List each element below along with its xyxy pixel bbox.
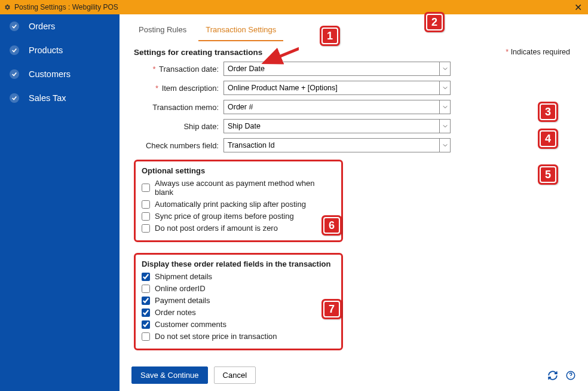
sidebar-item-sales-tax[interactable]: Sales Tax bbox=[0, 86, 120, 110]
checkbox-order-notes[interactable] bbox=[142, 308, 150, 317]
checkbox-row: Order notes bbox=[142, 308, 335, 317]
annotation-callout-1: 1 bbox=[320, 26, 340, 46]
checkbox-customer-comments[interactable] bbox=[142, 320, 150, 329]
checkbox-row: Always use account as payment method whe… bbox=[142, 179, 335, 197]
sidebar-item-customers[interactable]: Customers bbox=[0, 62, 120, 86]
row-check-numbers: Check numbers field: Transaction Id bbox=[134, 138, 574, 152]
titlebar: Posting Settings : Webgility POS ✕ bbox=[0, 0, 588, 14]
checkbox-row: Payment details bbox=[142, 296, 335, 305]
row-transaction-date: * Transaction date: Order Date bbox=[134, 62, 574, 76]
footer: Save & Continue Cancel bbox=[120, 362, 588, 391]
checkbox-row: Do not set store price in transaction bbox=[142, 332, 335, 341]
checkbox-row: Do not post orders if amount is zero bbox=[142, 224, 335, 233]
checkbox-online-orderid[interactable] bbox=[142, 285, 150, 293]
checkbox-label[interactable]: Online orderID bbox=[155, 284, 206, 293]
close-icon[interactable]: ✕ bbox=[572, 2, 584, 13]
refresh-icon[interactable] bbox=[547, 370, 558, 381]
check-circle-icon bbox=[10, 22, 19, 31]
annotation-callout-7: 7 bbox=[321, 299, 342, 319]
window-title: Posting Settings : Webgility POS bbox=[14, 3, 572, 11]
label-transaction-memo: Transaction memo: bbox=[134, 103, 223, 112]
select-value: Order Date bbox=[224, 62, 439, 75]
save-continue-button[interactable]: Save & Continue bbox=[131, 366, 208, 384]
checkbox-use-account-payment[interactable] bbox=[142, 184, 150, 192]
sidebar-item-label: Customers bbox=[29, 69, 71, 79]
checkbox-label[interactable]: Payment details bbox=[155, 296, 210, 305]
display-fields-group: Display these order related fields in th… bbox=[134, 253, 343, 350]
sidebar-item-label: Orders bbox=[29, 22, 55, 31]
checkbox-label[interactable]: Sync price of group items before posting bbox=[155, 212, 294, 221]
checkbox-row: Sync price of group items before posting bbox=[142, 212, 335, 221]
checkbox-row: Customer comments bbox=[142, 320, 335, 329]
chevron-down-icon[interactable] bbox=[439, 139, 450, 152]
check-circle-icon bbox=[10, 45, 19, 55]
row-ship-date: Ship date: Ship Date bbox=[134, 119, 574, 133]
sidebar-item-label: Products bbox=[29, 45, 63, 55]
checkbox-label[interactable]: Shipment details bbox=[155, 272, 212, 281]
select-value: Order # bbox=[224, 100, 439, 114]
chevron-down-icon[interactable] bbox=[439, 81, 450, 94]
select-ship-date[interactable]: Ship Date bbox=[223, 119, 451, 133]
row-item-description: * Item description: Online Product Name … bbox=[134, 81, 574, 95]
label-transaction-date: * Transaction date: bbox=[134, 65, 223, 74]
checkbox-print-packing-slip[interactable] bbox=[142, 200, 150, 209]
check-circle-icon bbox=[10, 93, 19, 103]
checkbox-label[interactable]: Do not set store price in transaction bbox=[155, 332, 277, 341]
check-circle-icon bbox=[10, 69, 19, 79]
annotation-callout-2: 2 bbox=[424, 12, 445, 32]
svg-point-6 bbox=[570, 377, 571, 378]
select-transaction-memo[interactable]: Order # bbox=[223, 100, 451, 114]
annotation-callout-4: 4 bbox=[538, 129, 558, 149]
checkbox-row: Automatically print packing slip after p… bbox=[142, 200, 335, 209]
cancel-button[interactable]: Cancel bbox=[214, 366, 256, 384]
select-value: Ship Date bbox=[224, 120, 439, 133]
tab-transaction-settings[interactable]: Transaction Settings bbox=[198, 22, 283, 41]
gear-icon bbox=[4, 4, 11, 11]
select-check-numbers[interactable]: Transaction Id bbox=[223, 138, 451, 152]
label-check-numbers: Check numbers field: bbox=[134, 141, 223, 150]
content: Posting Rules Transaction Settings Setti… bbox=[120, 14, 588, 391]
checkbox-sync-price-group[interactable] bbox=[142, 212, 150, 221]
checkbox-no-store-price[interactable] bbox=[142, 332, 150, 341]
select-transaction-date[interactable]: Order Date bbox=[223, 62, 451, 76]
checkbox-row: Online orderID bbox=[142, 284, 335, 293]
label-item-description: * Item description: bbox=[134, 84, 223, 93]
display-fields-heading: Display these order related fields in th… bbox=[142, 259, 335, 268]
checkbox-label[interactable]: Always use account as payment method whe… bbox=[155, 179, 335, 197]
checkbox-do-not-post-zero[interactable] bbox=[142, 224, 150, 233]
select-value: Online Product Name + [Options] bbox=[224, 81, 439, 94]
chevron-down-icon[interactable] bbox=[439, 100, 450, 114]
select-item-description[interactable]: Online Product Name + [Options] bbox=[223, 81, 451, 95]
sidebar-item-products[interactable]: Products bbox=[0, 38, 120, 62]
sidebar-item-label: Sales Tax bbox=[29, 93, 66, 103]
checkbox-label[interactable]: Automatically print packing slip after p… bbox=[155, 200, 306, 209]
checkbox-row: Shipment details bbox=[142, 272, 335, 281]
checkbox-shipment-details[interactable] bbox=[142, 273, 150, 281]
tabs: Posting Rules Transaction Settings bbox=[120, 14, 588, 42]
sidebar: Orders Products Customers Sales Tax bbox=[0, 14, 120, 391]
sidebar-item-orders[interactable]: Orders bbox=[0, 14, 120, 38]
row-transaction-memo: Transaction memo: Order # bbox=[134, 100, 574, 114]
checkbox-label[interactable]: Do not post orders if amount is zero bbox=[155, 224, 278, 233]
chevron-down-icon[interactable] bbox=[439, 62, 450, 75]
help-icon[interactable] bbox=[565, 370, 576, 381]
form-area: Settings for creating transactions * Ind… bbox=[120, 42, 588, 391]
select-value: Transaction Id bbox=[224, 139, 439, 152]
optional-settings-group: Optional settings Always use account as … bbox=[134, 160, 343, 242]
annotation-callout-3: 3 bbox=[538, 102, 558, 122]
checkbox-label[interactable]: Order notes bbox=[155, 308, 196, 317]
optional-settings-heading: Optional settings bbox=[142, 166, 335, 175]
required-indicator: * Indicates required bbox=[506, 48, 570, 56]
chevron-down-icon[interactable] bbox=[439, 120, 450, 133]
tab-posting-rules[interactable]: Posting Rules bbox=[131, 22, 194, 41]
label-ship-date: Ship date: bbox=[134, 122, 223, 131]
checkbox-label[interactable]: Customer comments bbox=[155, 320, 226, 329]
annotation-callout-5: 5 bbox=[538, 164, 558, 185]
annotation-callout-6: 6 bbox=[321, 215, 342, 236]
checkbox-payment-details[interactable] bbox=[142, 297, 150, 305]
